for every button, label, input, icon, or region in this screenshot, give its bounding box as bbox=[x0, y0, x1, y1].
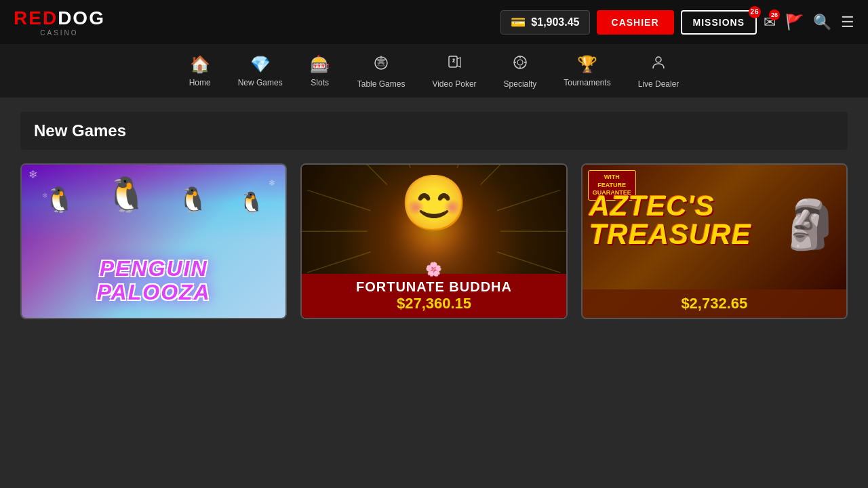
logo-dog: DOG bbox=[58, 7, 105, 28]
svg-point-2 bbox=[517, 60, 523, 65]
table-games-icon bbox=[372, 54, 390, 75]
mail-icon[interactable]: ✉ 26 bbox=[764, 14, 776, 31]
svg-line-17 bbox=[457, 165, 480, 168]
logo-red: RED bbox=[14, 7, 58, 28]
main-nav: 🏠 Home 💎 New Games 🎰 Slots Table Games V… bbox=[0, 44, 868, 98]
section-title: New Games bbox=[34, 121, 834, 140]
nav-item-video-poker[interactable]: Video Poker bbox=[432, 54, 476, 89]
aztec-prize-amount: $2,732.65 bbox=[588, 295, 841, 312]
nav-item-slots[interactable]: 🎰 Slots bbox=[310, 55, 330, 87]
game-card-fortunate-buddha[interactable]: 😊 🌸 FORTUNATE BUDDHA $27,360.15 bbox=[300, 163, 567, 319]
svg-point-7 bbox=[656, 57, 661, 62]
logo-casino: CASINO bbox=[14, 29, 105, 37]
nav-item-specialty[interactable]: Specialty bbox=[504, 54, 537, 89]
buddha-prize: $27,360.15 bbox=[307, 295, 560, 312]
nav-label-new-games: New Games bbox=[238, 78, 283, 87]
home-icon: 🏠 bbox=[190, 55, 210, 74]
game-card-inner-aztec: WITH FEATURE GUARANTEE 🗿 AZTEC'STREASURE… bbox=[583, 165, 846, 318]
aztec-figure: 🗿 bbox=[781, 165, 840, 284]
game-card-inner-buddha: 😊 🌸 FORTUNATE BUDDHA $27,360.15 bbox=[302, 165, 566, 318]
nav-label-home: Home bbox=[189, 78, 211, 87]
penguin-char-1: 🐧 bbox=[44, 186, 75, 214]
nav-label-specialty: Specialty bbox=[504, 79, 537, 89]
menu-icon[interactable]: ☰ bbox=[841, 14, 854, 31]
missions-button[interactable]: MISSIONS 26 bbox=[681, 10, 757, 35]
video-poker-icon bbox=[446, 54, 463, 75]
flag-icon[interactable]: 🚩 bbox=[785, 14, 804, 31]
nav-label-table-games: Table Games bbox=[357, 79, 406, 89]
aztec-prize-bar: $2,732.65 bbox=[583, 289, 846, 318]
aztec-logo-text: AZTEC'STREASURE bbox=[589, 192, 751, 249]
specialty-icon bbox=[511, 54, 529, 75]
new-games-icon: 💎 bbox=[250, 55, 271, 74]
nav-item-live-dealer[interactable]: Live Dealer bbox=[638, 54, 679, 89]
game-card-penguin-palooza[interactable]: 🐧 🐧 🐧 🐧 ❄ ❄ ❄ PENGUIN PALOOZA bbox=[20, 163, 287, 319]
wallet-icon: 💳 bbox=[511, 15, 526, 30]
games-grid: 🐧 🐧 🐧 🐧 ❄ ❄ ❄ PENGUIN PALOOZA bbox=[20, 163, 848, 319]
penguin-title: PENGUIN PALOOZA bbox=[22, 257, 285, 304]
nav-label-slots: Slots bbox=[311, 78, 329, 87]
missions-badge: 26 bbox=[749, 6, 761, 18]
live-dealer-icon bbox=[650, 54, 667, 75]
buddha-figure-container: 😊 bbox=[302, 171, 566, 235]
svg-line-22 bbox=[307, 252, 370, 272]
svg-line-24 bbox=[387, 165, 410, 168]
penguin-char-3: 🐧 bbox=[178, 186, 208, 214]
header-icons: ✉ 26 🚩 🔍 ☰ bbox=[764, 14, 854, 31]
svg-line-19 bbox=[497, 252, 560, 272]
buddha-title-text: FORTUNATE BUDDHA bbox=[307, 279, 560, 295]
mail-badge: 26 bbox=[769, 9, 780, 20]
header-right: 💳 $1,903.45 CASHIER MISSIONS 26 ✉ 26 🚩 🔍… bbox=[500, 10, 854, 35]
aztec-title-art: AZTEC'STREASURE bbox=[589, 192, 751, 249]
main-content: New Games 🐧 🐧 🐧 🐧 ❄ ❄ ❄ bbox=[0, 98, 868, 333]
header: REDDOG CASINO 💳 $1,903.45 CASHIER MISSIO… bbox=[0, 0, 868, 44]
game-card-inner-penguin: 🐧 🐧 🐧 🐧 ❄ ❄ ❄ PENGUIN PALOOZA bbox=[22, 165, 285, 318]
nav-label-tournaments: Tournaments bbox=[564, 78, 610, 87]
slots-icon: 🎰 bbox=[310, 55, 330, 74]
buddha-title: FORTUNATE BUDDHA $27,360.15 bbox=[302, 274, 566, 318]
aztec-warrior: 🗿 bbox=[781, 197, 840, 252]
penguin-title-text: PENGUIN PALOOZA bbox=[22, 257, 285, 304]
cashier-button[interactable]: CASHIER bbox=[597, 10, 674, 35]
nav-label-live-dealer: Live Dealer bbox=[638, 79, 679, 89]
search-icon[interactable]: 🔍 bbox=[813, 14, 831, 31]
balance-amount: $1,903.45 bbox=[531, 16, 579, 28]
nav-item-home[interactable]: 🏠 Home bbox=[189, 55, 211, 87]
penguin-scene: 🐧 🐧 🐧 🐧 bbox=[22, 175, 285, 214]
buddha-emoji: 😊 bbox=[400, 171, 468, 235]
nav-label-video-poker: Video Poker bbox=[432, 79, 476, 89]
game-card-aztecs-treasure[interactable]: WITH FEATURE GUARANTEE 🗿 AZTEC'STREASURE… bbox=[581, 163, 848, 319]
tournaments-icon: 🏆 bbox=[577, 55, 597, 74]
penguin-char-2: 🐧 bbox=[105, 175, 147, 214]
nav-item-table-games[interactable]: Table Games bbox=[357, 54, 406, 89]
flower-decoration: 🌸 bbox=[425, 261, 442, 277]
nav-item-tournaments[interactable]: 🏆 Tournaments bbox=[564, 55, 610, 87]
section-header: New Games bbox=[20, 112, 848, 150]
balance-box: 💳 $1,903.45 bbox=[500, 10, 589, 35]
penguin-char-4: 🐧 bbox=[239, 190, 264, 214]
logo: REDDOG CASINO bbox=[14, 7, 105, 37]
nav-item-new-games[interactable]: 💎 New Games bbox=[238, 55, 283, 87]
